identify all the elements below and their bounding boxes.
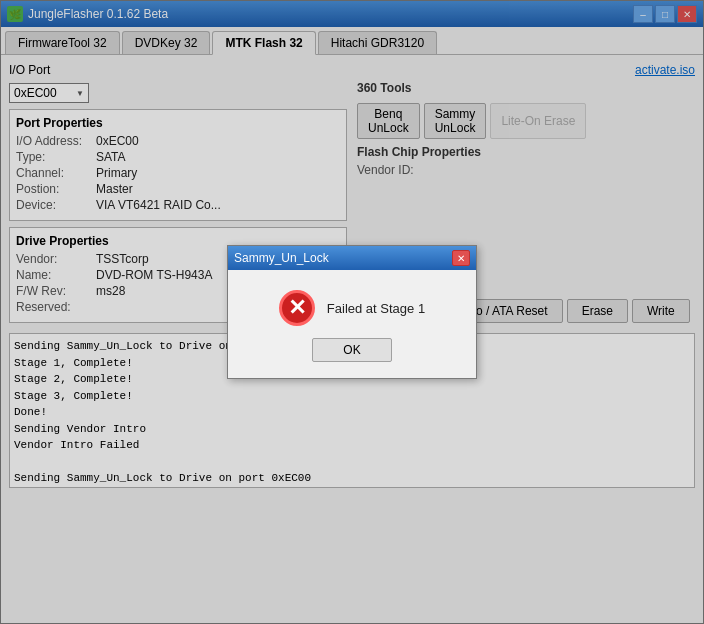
modal-message-row: ✕ Failed at Stage 1: [279, 290, 425, 326]
modal-window: Sammy_Un_Lock ✕ ✕ Failed at Stage 1 OK: [227, 245, 477, 379]
modal-title: Sammy_Un_Lock: [234, 251, 329, 265]
modal-ok-button[interactable]: OK: [312, 338, 391, 362]
error-symbol: ✕: [288, 295, 306, 321]
modal-body: ✕ Failed at Stage 1 OK: [228, 270, 476, 378]
modal-close-button[interactable]: ✕: [452, 250, 470, 266]
modal-message: Failed at Stage 1: [327, 301, 425, 316]
error-icon: ✕: [279, 290, 315, 326]
modal-overlay: Sammy_Un_Lock ✕ ✕ Failed at Stage 1 OK: [0, 0, 704, 624]
modal-title-bar: Sammy_Un_Lock ✕: [228, 246, 476, 270]
